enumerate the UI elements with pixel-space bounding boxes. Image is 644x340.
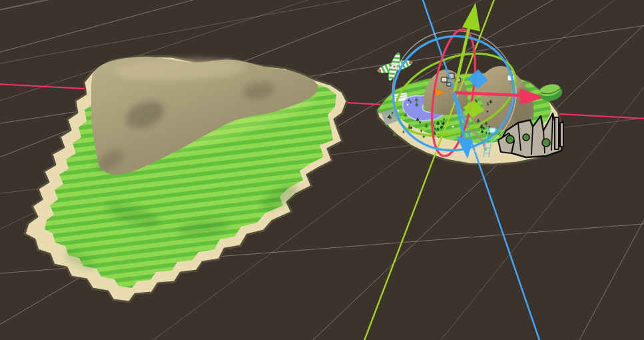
scene-viewport[interactable] — [0, 0, 644, 340]
